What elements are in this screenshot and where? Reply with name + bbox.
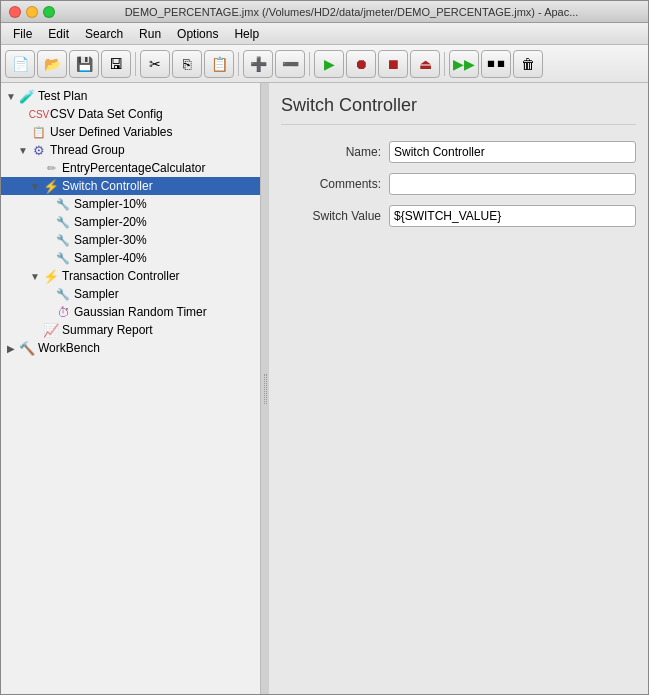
comments-label: Comments: bbox=[281, 177, 381, 191]
menu-run[interactable]: Run bbox=[131, 25, 169, 43]
toggle-sampler-20 bbox=[41, 216, 53, 228]
start-remote-button[interactable]: ▶▶ bbox=[449, 50, 479, 78]
start-button[interactable]: ▶ bbox=[314, 50, 344, 78]
tree-item-sampler[interactable]: 🔧 Sampler bbox=[1, 285, 260, 303]
toggle-thread-group[interactable]: ▼ bbox=[17, 144, 29, 156]
tree-item-csv[interactable]: CSV CSV Data Set Config bbox=[1, 105, 260, 123]
toolbar-separator-4 bbox=[444, 52, 445, 76]
toolbar-separator-1 bbox=[135, 52, 136, 76]
tree-label-gaussian-timer: Gaussian Random Timer bbox=[74, 305, 207, 319]
stop-button[interactable]: ⏹ bbox=[378, 50, 408, 78]
tree-label-switch-controller: Switch Controller bbox=[62, 179, 153, 193]
clear-button[interactable]: 🗑 bbox=[513, 50, 543, 78]
toggle-sampler-40 bbox=[41, 252, 53, 264]
tree-label-entry-calc: EntryPercentageCalculator bbox=[62, 161, 205, 175]
name-input[interactable] bbox=[389, 141, 636, 163]
tree-item-user-vars[interactable]: 📋 User Defined Variables bbox=[1, 123, 260, 141]
main-content: ▼ 🧪 Test Plan CSV CSV Data Set Config 📋 … bbox=[1, 83, 648, 694]
copy-button[interactable]: ⎘ bbox=[172, 50, 202, 78]
tree-label-user-vars: User Defined Variables bbox=[50, 125, 173, 139]
menu-options[interactable]: Options bbox=[169, 25, 226, 43]
tree-item-switch-controller[interactable]: ▼ ⚡ Switch Controller bbox=[1, 177, 260, 195]
switch-value-row: Switch Value bbox=[281, 205, 636, 227]
toggle-test-plan[interactable]: ▼ bbox=[5, 90, 17, 102]
toggle-summary-report bbox=[29, 324, 41, 336]
stop-now-button[interactable]: ⏏ bbox=[410, 50, 440, 78]
toggle-gaussian-timer bbox=[41, 306, 53, 318]
uservars-icon: 📋 bbox=[31, 124, 47, 140]
toggle-entry-calc bbox=[29, 162, 41, 174]
save-as-button[interactable]: 🖫 bbox=[101, 50, 131, 78]
sampler10-icon: 🔧 bbox=[55, 196, 71, 212]
new-button[interactable]: 📄 bbox=[5, 50, 35, 78]
tree-item-test-plan[interactable]: ▼ 🧪 Test Plan bbox=[1, 87, 260, 105]
switch-value-label: Switch Value bbox=[281, 209, 381, 223]
close-button[interactable] bbox=[9, 6, 21, 18]
switch-value-input[interactable] bbox=[389, 205, 636, 227]
tree-item-sampler-30[interactable]: 🔧 Sampler-30% bbox=[1, 231, 260, 249]
tree-panel: ▼ 🧪 Test Plan CSV CSV Data Set Config 📋 … bbox=[1, 83, 261, 694]
cut-button[interactable]: ✂ bbox=[140, 50, 170, 78]
toggle-sampler bbox=[41, 288, 53, 300]
resize-handle[interactable] bbox=[261, 83, 269, 694]
report-icon: 📈 bbox=[43, 322, 59, 338]
record-button[interactable]: ⏺ bbox=[346, 50, 376, 78]
traffic-lights bbox=[9, 6, 55, 18]
menu-edit[interactable]: Edit bbox=[40, 25, 77, 43]
workbench-icon: 🔨 bbox=[19, 340, 35, 356]
collapse-button[interactable]: ➖ bbox=[275, 50, 305, 78]
sampler20-icon: 🔧 bbox=[55, 214, 71, 230]
toggle-user-vars bbox=[17, 126, 29, 138]
expand-button[interactable]: ➕ bbox=[243, 50, 273, 78]
detail-panel: Switch Controller Name: Comments: Switch… bbox=[269, 83, 648, 694]
menu-search[interactable]: Search bbox=[77, 25, 131, 43]
toolbar: 📄 📂 💾 🖫 ✂ ⎘ 📋 ➕ ➖ ▶ ⏺ ⏹ ⏏ ▶▶ ⏹⏹ 🗑 bbox=[1, 45, 648, 83]
testplan-icon: 🧪 bbox=[19, 88, 35, 104]
tree-item-transaction-ctrl[interactable]: ▼ ⚡ Transaction Controller bbox=[1, 267, 260, 285]
tree-label-sampler-40: Sampler-40% bbox=[74, 251, 147, 265]
tree-item-workbench[interactable]: ▶ 🔨 WorkBench bbox=[1, 339, 260, 357]
toggle-workbench[interactable]: ▶ bbox=[5, 342, 17, 354]
timer-icon: ⏱ bbox=[55, 304, 71, 320]
menu-file[interactable]: File bbox=[5, 25, 40, 43]
tree-label-sampler: Sampler bbox=[74, 287, 119, 301]
tree-label-sampler-10: Sampler-10% bbox=[74, 197, 147, 211]
sampler30-icon: 🔧 bbox=[55, 232, 71, 248]
sampler40-icon: 🔧 bbox=[55, 250, 71, 266]
comments-row: Comments: bbox=[281, 173, 636, 195]
tree-label-workbench: WorkBench bbox=[38, 341, 100, 355]
toolbar-separator-3 bbox=[309, 52, 310, 76]
tree-item-gaussian-timer[interactable]: ⏱ Gaussian Random Timer bbox=[1, 303, 260, 321]
comments-input[interactable] bbox=[389, 173, 636, 195]
tree-item-thread-group[interactable]: ▼ ⚙ Thread Group bbox=[1, 141, 260, 159]
maximize-button[interactable] bbox=[43, 6, 55, 18]
open-button[interactable]: 📂 bbox=[37, 50, 67, 78]
minimize-button[interactable] bbox=[26, 6, 38, 18]
tree-label-sampler-20: Sampler-20% bbox=[74, 215, 147, 229]
toggle-sampler-10 bbox=[41, 198, 53, 210]
toggle-transaction-ctrl[interactable]: ▼ bbox=[29, 270, 41, 282]
tree-item-entry-calc[interactable]: ✏ EntryPercentageCalculator bbox=[1, 159, 260, 177]
switch-icon: ⚡ bbox=[43, 178, 59, 194]
toggle-csv bbox=[17, 108, 29, 120]
detail-title: Switch Controller bbox=[281, 95, 636, 125]
toggle-switch-controller[interactable]: ▼ bbox=[29, 180, 41, 192]
window-title: DEMO_PERCENTAGE.jmx (/Volumes/HD2/data/j… bbox=[63, 6, 640, 18]
stop-remote-button[interactable]: ⏹⏹ bbox=[481, 50, 511, 78]
drag-dots bbox=[264, 374, 267, 404]
paste-button[interactable]: 📋 bbox=[204, 50, 234, 78]
tree-label-csv: CSV Data Set Config bbox=[50, 107, 163, 121]
tree-label-test-plan: Test Plan bbox=[38, 89, 87, 103]
tree-item-sampler-40[interactable]: 🔧 Sampler-40% bbox=[1, 249, 260, 267]
menu-help[interactable]: Help bbox=[226, 25, 267, 43]
toggle-sampler-30 bbox=[41, 234, 53, 246]
tree-item-sampler-10[interactable]: 🔧 Sampler-10% bbox=[1, 195, 260, 213]
tree-item-summary-report[interactable]: 📈 Summary Report bbox=[1, 321, 260, 339]
title-bar: DEMO_PERCENTAGE.jmx (/Volumes/HD2/data/j… bbox=[1, 1, 648, 23]
application-window: DEMO_PERCENTAGE.jmx (/Volumes/HD2/data/j… bbox=[0, 0, 649, 695]
tree-label-thread-group: Thread Group bbox=[50, 143, 125, 157]
tree-item-sampler-20[interactable]: 🔧 Sampler-20% bbox=[1, 213, 260, 231]
toolbar-separator-2 bbox=[238, 52, 239, 76]
tree-label-transaction-ctrl: Transaction Controller bbox=[62, 269, 180, 283]
save-button[interactable]: 💾 bbox=[69, 50, 99, 78]
